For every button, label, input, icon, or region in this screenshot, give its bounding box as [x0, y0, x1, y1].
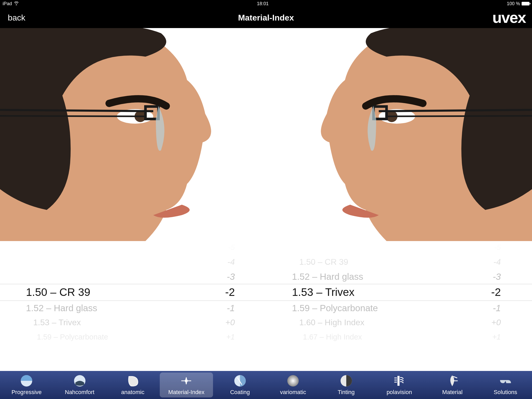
comparison-image-area: [0, 28, 532, 241]
svg-line-10: [387, 116, 532, 116]
picker-option[interactable]: -2: [399, 284, 532, 301]
svg-line-3: [0, 110, 153, 111]
material-picker-left[interactable]: 1.50 – CR 391.52 – Hard glass1.53 – Triv…: [0, 241, 133, 371]
lens-material2-icon: [446, 374, 459, 387]
page-title: Material-Index: [238, 13, 294, 23]
picker-option[interactable]: 1.53 – Trivex: [266, 284, 399, 301]
status-bar: iPad 18:01 100 %: [0, 0, 532, 7]
picker-option[interactable]: -1: [133, 301, 266, 315]
picker-option[interactable]: 1.53 – Trivex: [0, 315, 133, 330]
tab-anatomic[interactable]: anatomic: [106, 371, 159, 399]
lens-pola-icon: [393, 374, 406, 387]
tab-progressive[interactable]: Progressive: [0, 371, 53, 399]
tab-label: Solutions: [494, 389, 517, 396]
tab-label: anatomic: [121, 389, 144, 396]
device-label: iPad: [3, 1, 12, 6]
lens-anatomic-icon: [126, 374, 139, 387]
picker-option[interactable]: -4: [133, 255, 266, 269]
tab-label: Material: [442, 389, 462, 396]
tab-label: variomatic: [280, 389, 306, 396]
tab-bar: ProgressiveNahcomfortanatomicMaterial-In…: [0, 371, 532, 399]
picker-option[interactable]: 1.50 – CR 39: [0, 284, 133, 301]
tab-coating[interactable]: Coating: [214, 371, 267, 399]
tab-label: Coating: [230, 389, 250, 396]
picker-option[interactable]: +0: [399, 315, 532, 330]
status-time: 18:01: [19, 1, 507, 6]
tab-label: polavision: [387, 389, 412, 396]
picker-option[interactable]: -4: [399, 255, 532, 269]
diopter-picker-right[interactable]: -5-4-3-2-1+0+1: [399, 241, 532, 371]
picker-option[interactable]: 1.52 – Hard glass: [266, 269, 399, 284]
picker-left: 1.50 – CR 391.52 – Hard glass1.53 – Triv…: [0, 241, 266, 371]
picker-option[interactable]: -3: [399, 269, 532, 284]
diopter-picker-left[interactable]: -5-4-3-2-1+0+1: [133, 241, 266, 371]
lens-vario-icon: [287, 374, 300, 387]
face-right: [266, 28, 532, 241]
tab-material-index[interactable]: Material-Index: [160, 373, 213, 397]
picker-option[interactable]: 1.59 – Polycarbonate: [266, 301, 399, 315]
svg-line-4: [0, 116, 145, 116]
tab-label: Progressive: [11, 389, 42, 396]
tab-label: Nahcomfort: [65, 389, 95, 396]
material-picker-right[interactable]: 1.50 – CR 391.52 – Hard glass1.53 – Triv…: [266, 241, 399, 371]
tab-tinting[interactable]: Tinting: [320, 371, 373, 399]
svg-line-9: [379, 110, 532, 111]
tab-label: Tinting: [338, 389, 355, 396]
picker-option[interactable]: -2: [133, 284, 266, 301]
brand-logo: uvex: [492, 10, 526, 25]
picker-option[interactable]: 1.52 – Hard glass: [0, 301, 133, 315]
tab-polavision[interactable]: polavision: [373, 371, 426, 399]
wifi-icon: [14, 1, 19, 6]
picker-option[interactable]: 1.60 – High Index: [266, 315, 399, 330]
nav-bar: back Material-Index uvex: [0, 7, 532, 28]
battery-icon: [522, 2, 529, 5]
tab-material[interactable]: Material: [426, 371, 479, 399]
lens-near-icon: [73, 374, 86, 387]
glasses-icon: [499, 374, 512, 387]
picker-area: 1.50 – CR 391.52 – Hard glass1.53 – Triv…: [0, 241, 532, 371]
battery-percent: 100 %: [507, 1, 520, 6]
picker-option[interactable]: 1.67 – High Index: [266, 330, 399, 344]
svg-point-16: [185, 377, 187, 384]
lens-material-icon: [180, 374, 193, 387]
lens-coating-icon: [234, 374, 247, 387]
tab-nahcomfort[interactable]: Nahcomfort: [53, 371, 106, 399]
picker-option[interactable]: -5: [399, 241, 532, 255]
picker-option[interactable]: -1: [399, 301, 532, 315]
lens-tint-icon: [340, 374, 353, 387]
picker-option[interactable]: +0: [133, 315, 266, 330]
tab-solutions[interactable]: Solutions: [479, 371, 532, 399]
back-button[interactable]: back: [0, 13, 25, 23]
picker-option[interactable]: +1: [133, 330, 266, 344]
svg-point-18: [287, 375, 299, 387]
svg-rect-20: [397, 376, 400, 386]
picker-option[interactable]: -5: [133, 241, 266, 255]
picker-option[interactable]: +1: [399, 330, 532, 344]
tab-variomatic[interactable]: variomatic: [267, 371, 320, 399]
face-left: [0, 28, 266, 241]
lens-progressive-icon: [20, 374, 33, 387]
picker-right: 1.50 – CR 391.52 – Hard glass1.53 – Triv…: [266, 241, 532, 371]
tab-label: Material-Index: [168, 389, 204, 396]
picker-option[interactable]: -3: [133, 269, 266, 284]
picker-option[interactable]: 1.59 – Polycarbonate: [0, 330, 133, 344]
picker-option[interactable]: 1.50 – CR 39: [266, 255, 399, 269]
